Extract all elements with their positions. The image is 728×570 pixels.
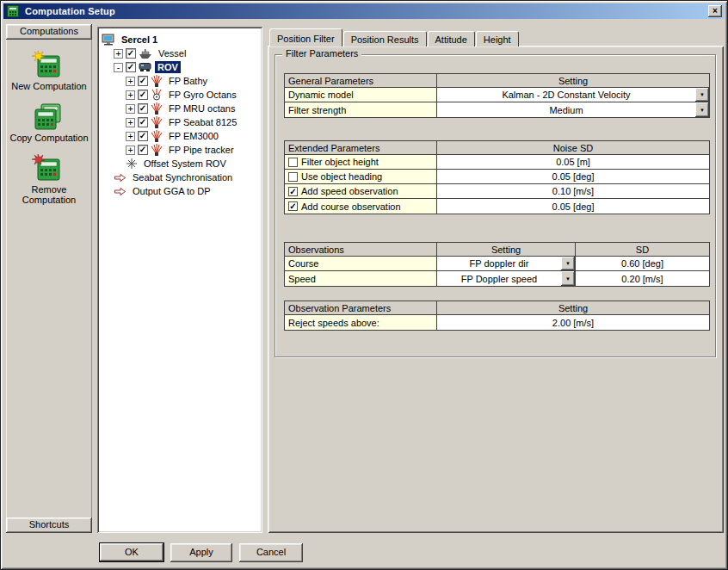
general-parameters-table: General ParametersSettingDynamic modelKa… <box>284 73 710 118</box>
tree-checkbox[interactable]: ✓ <box>138 117 148 127</box>
title-bar[interactable]: Computation Setup × <box>3 3 725 19</box>
tree-checkbox[interactable]: ✓ <box>138 103 148 114</box>
tree-item-fp-em3000[interactable]: +✓FP EM3000 <box>100 129 260 143</box>
tree-checkbox[interactable]: ✓ <box>138 131 148 141</box>
tree-item-fp-mru-octans[interactable]: +✓FP MRU octans <box>100 102 260 115</box>
copy-computation-icon <box>32 102 63 130</box>
remove-computation-icon <box>32 154 63 182</box>
column-header-setting: Setting <box>437 301 709 315</box>
table-row: SpeedFP Doppler speed▼0.20 [m/s] <box>285 271 709 286</box>
checkbox-filter-object-height[interactable] <box>288 158 298 167</box>
tree-item-fp-gyro-octans[interactable]: +✓FP Gyro Octans <box>100 88 260 102</box>
dropdown-medium[interactable]: Medium▼ <box>437 102 709 117</box>
tree-item-output-gga-to-dp[interactable]: Output GGA to DP <box>100 184 260 198</box>
tree-checkbox[interactable]: ✓ <box>126 48 136 59</box>
dropdown-value: Medium <box>437 105 695 115</box>
tree-item-fp-seabat-8125[interactable]: +✓FP Seabat 8125 <box>100 115 260 129</box>
copy-computation-button[interactable]: Copy Computation <box>6 102 92 143</box>
table-row: CourseFP doppler dir▼0.60 [deg] <box>285 257 709 271</box>
collapse-icon[interactable]: - <box>114 63 123 72</box>
tree-checkbox[interactable]: ✓ <box>138 76 148 86</box>
value-field[interactable]: 0.20 [m/s] <box>576 271 709 286</box>
expand-icon[interactable]: + <box>114 49 123 59</box>
tab-position-filter[interactable]: Position Filter <box>269 28 342 46</box>
row-label-course: Course <box>285 257 437 271</box>
tree-item-offset-system-rov[interactable]: Offset System ROV <box>100 157 260 170</box>
table-row: Filter strengthMedium▼ <box>285 102 709 117</box>
expand-icon[interactable]: + <box>126 77 135 86</box>
export-arrow-icon <box>114 187 126 196</box>
tree-item-label: FP Pipe tracker <box>166 144 237 156</box>
tree-item-label: Output GGA to DP <box>130 185 213 197</box>
table-row: Reject speeds above:2.00 [m/s] <box>285 315 709 330</box>
checkbox-label: Add course observation <box>301 201 401 212</box>
apply-button[interactable]: Apply <box>170 543 232 562</box>
row-label-filter-object-height: Filter object height <box>285 155 437 170</box>
checkbox-use-object-heading[interactable] <box>288 172 298 182</box>
sensor-rays-icon <box>151 144 163 156</box>
dropdown-arrow-icon[interactable]: ▼ <box>695 88 709 102</box>
row-label-use-object-heading: Use object heading <box>285 170 437 184</box>
expand-icon[interactable]: + <box>126 118 135 127</box>
row-label-reject-speeds-above: Reject speeds above: <box>285 315 437 330</box>
tree-item-rov[interactable]: -✓ROV <box>100 60 260 74</box>
tab-position-results[interactable]: Position Results <box>343 31 427 46</box>
tab-height[interactable]: Height <box>476 31 519 46</box>
shortcuts-button[interactable]: Shortcuts <box>6 517 92 533</box>
row-label-add-speed-observation: ✓Add speed observation <box>285 184 437 199</box>
new-computation-button[interactable]: New Computation <box>6 51 92 91</box>
value-field[interactable]: 0.60 [deg] <box>576 257 709 271</box>
tree-item-label: FP Seabat 8125 <box>166 116 239 128</box>
tree-item-fp-bathy[interactable]: +✓FP Bathy <box>100 74 260 88</box>
position-filter-tab-page: Filter Parameters General ParametersSett… <box>268 46 724 533</box>
tree-item-label: FP Gyro Octans <box>166 89 239 101</box>
expand-icon[interactable]: + <box>126 146 135 155</box>
value-field[interactable]: 0.05 [deg] <box>437 170 709 184</box>
cancel-button[interactable]: Cancel <box>239 543 303 562</box>
row-label-speed: Speed <box>285 271 437 286</box>
dropdown-arrow-icon[interactable]: ▼ <box>561 257 575 270</box>
copy-computation-button-label: Copy Computation <box>9 133 88 143</box>
value-field[interactable]: 2.00 [m/s] <box>437 315 709 330</box>
value-field[interactable]: 0.10 [m/s] <box>437 184 709 199</box>
dropdown-value: FP Doppler speed <box>437 274 561 284</box>
dropdown-fp-doppler-dir[interactable]: FP doppler dir▼ <box>437 257 576 271</box>
expand-icon[interactable]: + <box>126 132 135 141</box>
close-button[interactable]: × <box>708 5 722 17</box>
ok-button[interactable]: OK <box>99 542 164 562</box>
tree-item-label: ROV <box>155 61 181 73</box>
computations-header-button[interactable]: Computations <box>6 24 92 40</box>
expand-icon[interactable]: + <box>126 104 135 114</box>
tree-checkbox[interactable]: ✓ <box>138 90 148 100</box>
tree-item-seabat-synchronisation[interactable]: Seabat Synchronisation <box>100 170 260 184</box>
observation-parameters-table: Observation ParametersSettingReject spee… <box>284 300 710 331</box>
expand-icon[interactable]: + <box>126 90 135 100</box>
export-arrow-icon <box>114 173 126 183</box>
column-header-observations: Observations <box>285 243 437 257</box>
checkbox-add-speed-observation[interactable]: ✓ <box>288 187 298 196</box>
offset-axes-icon <box>126 158 138 170</box>
tree-item-label: FP EM3000 <box>166 130 221 142</box>
tree-checkbox[interactable]: ✓ <box>126 62 136 72</box>
column-header-general-parameters: General Parameters <box>285 74 437 88</box>
tree-item-vessel[interactable]: +✓Vessel <box>100 46 260 60</box>
value-field[interactable]: 0.05 [deg] <box>437 199 709 214</box>
tree-item-label: Vessel <box>156 47 188 59</box>
left-toolbar: New ComputationCopy ComputationRemove Co… <box>6 40 92 205</box>
tree-item-label: FP Bathy <box>166 75 210 87</box>
tree-item-fp-pipe-tracker[interactable]: +✓FP Pipe tracker <box>100 143 260 157</box>
remove-computation-button[interactable]: Remove Computation <box>6 154 92 205</box>
dropdown-arrow-icon[interactable]: ▼ <box>695 102 709 117</box>
new-computation-button-label: New Computation <box>11 81 86 91</box>
table-row: ✓Add course observation0.05 [deg] <box>285 199 709 214</box>
dropdown-kalman-2d-constant-velocity[interactable]: Kalman - 2D Constant Velocity▼ <box>437 88 709 102</box>
computation-app-icon <box>6 5 19 18</box>
tree-item-sercel-1[interactable]: Sercel 1 <box>100 33 260 46</box>
dropdown-fp-doppler-speed[interactable]: FP Doppler speed▼ <box>437 271 576 286</box>
new-computation-icon <box>32 51 63 78</box>
checkbox-add-course-observation[interactable]: ✓ <box>288 201 298 211</box>
tab-attitude[interactable]: Attitude <box>428 31 475 46</box>
dropdown-arrow-icon[interactable]: ▼ <box>561 271 575 286</box>
tree-checkbox[interactable]: ✓ <box>138 145 148 155</box>
value-field[interactable]: 0.05 [m] <box>437 155 709 170</box>
